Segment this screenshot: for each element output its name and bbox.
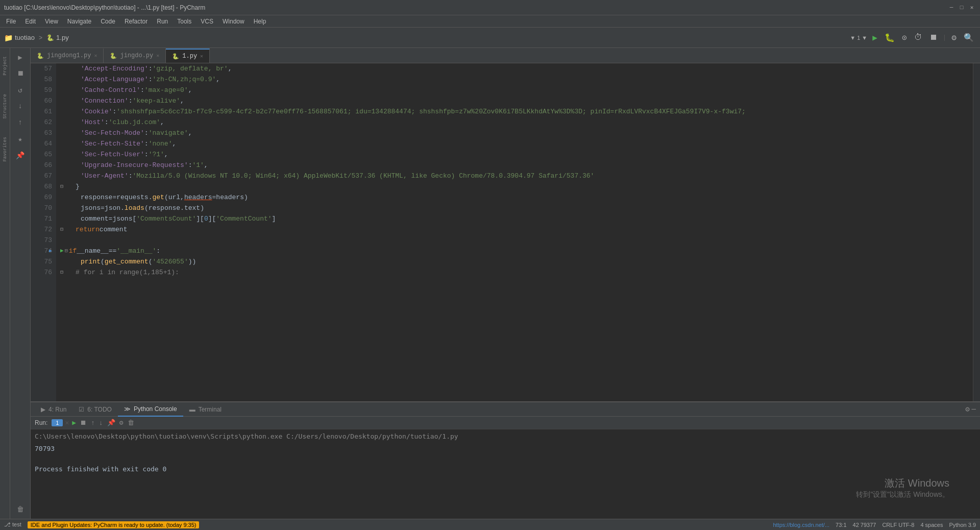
stop-icon[interactable]: ⏹: [13, 66, 28, 81]
minimap: [973, 63, 980, 401]
menu-refactor[interactable]: Refactor: [120, 17, 152, 26]
git-branch[interactable]: ⎇ test: [4, 521, 21, 528]
code-line-69: response = requests.get(url,headers=head…: [60, 192, 969, 203]
code-line-64: 'Sec-Fetch-Site': 'none',: [60, 138, 969, 149]
menu-code[interactable]: Code: [96, 17, 119, 26]
code-line-59: 'Cache-Control': 'max-age=0',: [60, 85, 969, 95]
pin-run-icon[interactable]: 📌: [106, 418, 116, 428]
code-line-73: [60, 235, 969, 246]
trash-icon[interactable]: 🗑: [13, 502, 28, 517]
code-line-72: ⊟return comment: [60, 224, 969, 235]
menu-edit[interactable]: Edit: [21, 17, 40, 26]
tab-jingdong1[interactable]: 🐍 jingdong1.py ✕: [31, 49, 104, 63]
code-area[interactable]: 57 58 59 60 61 62 63 64 65 66 67 68 69 7…: [31, 63, 980, 401]
menu-bar: File Edit View Navigate Code Refactor Ru…: [0, 15, 980, 28]
step-down-icon[interactable]: ↓: [13, 99, 28, 113]
project-name: tuotiao: [15, 34, 35, 41]
output-number: 70793: [35, 444, 976, 454]
python-indicator[interactable]: Python 3.9: [949, 522, 976, 528]
terminal-tab-button[interactable]: ▬ Terminal: [183, 402, 228, 417]
code-line-74: ▶ ⊟ if __name__ == '__main__':: [60, 246, 969, 256]
left-sidebar: ▶ ⏹ ↺ ↓ ↑ ★ 📌 🗑: [10, 48, 31, 519]
tab-close-jingdo[interactable]: ✕: [156, 53, 159, 59]
settings-button[interactable]: ⚙: [949, 32, 959, 44]
code-line-66: 'Upgrade-Insecure-Requests': '1',: [60, 160, 969, 171]
bottom-minimize-icon[interactable]: ─: [972, 405, 976, 414]
window-title: tuotiao [C:\Users\lenovo\Desktop\python\…: [4, 4, 205, 11]
status-left: ⎇ test IDE and Plugin Updates: PyCharm i…: [4, 521, 199, 528]
column-count: 42 79377: [853, 522, 876, 528]
tab-close-1py[interactable]: ✕: [200, 53, 203, 59]
menu-run[interactable]: Run: [153, 17, 172, 26]
status-right: https://blog.csdn.net/... 73:1 42 79377 …: [773, 522, 976, 528]
coverage-button[interactable]: ⊙: [900, 32, 909, 44]
encoding-indicator[interactable]: CRLF UTF-8: [882, 522, 914, 528]
tab-jingdo[interactable]: 🐍 jingdo.py ✕: [104, 49, 166, 63]
menu-view[interactable]: View: [41, 17, 62, 26]
scroll-up-icon[interactable]: ↑: [90, 418, 96, 428]
run-tab-indicator[interactable]: 1: [52, 419, 63, 426]
run-icon[interactable]: ▶: [13, 50, 28, 64]
ide-update-message[interactable]: IDE and Plugin Updates: PyCharm is ready…: [28, 521, 200, 528]
vertical-tabs: Project Structure Favorites: [0, 48, 10, 519]
code-line-75: print(get_comment('4526055')): [60, 256, 969, 267]
title-bar: tuotiao [C:\Users\lenovo\Desktop\python\…: [0, 0, 980, 15]
output-cmd: C:\Users\lenovo\Desktop\python\tuotiao\v…: [35, 431, 976, 442]
rerun-icon[interactable]: ▶: [71, 418, 77, 428]
run-tab-button[interactable]: ▶ 4: Run: [35, 402, 72, 417]
indent-indicator[interactable]: 4 spaces: [920, 522, 943, 528]
console-output: C:\Users\lenovo\Desktop\python\tuotiao\v…: [31, 429, 980, 519]
profile-button[interactable]: ⏱: [912, 32, 924, 43]
menu-help[interactable]: Help: [250, 17, 271, 26]
menu-file[interactable]: File: [2, 17, 20, 26]
code-content[interactable]: 'Accept-Encoding': 'gzip, deflate, br', …: [56, 63, 973, 401]
bottom-panel: ▶ 4: Run ☑ 6: TODO ≫ Python Console ▬ Te…: [31, 401, 980, 519]
search-button[interactable]: 🔍: [962, 32, 976, 44]
menu-tools[interactable]: Tools: [173, 17, 195, 26]
favorites-tab[interactable]: Favorites: [2, 133, 9, 166]
run-label: Run:: [35, 419, 47, 426]
code-line-67: 'User-Agent': 'Mozilla/5.0 (Windows NT 1…: [60, 171, 969, 181]
code-line-61: 'Cookie': 'shshshfpa=5c6cc71b-f7c9-c599-…: [60, 106, 969, 117]
settings-run-icon[interactable]: ⚙: [118, 418, 125, 428]
code-line-57: 'Accept-Encoding': 'gzip, deflate, br',: [60, 63, 969, 74]
code-line-62: 'Host': 'club.jd.com',: [60, 117, 969, 128]
menu-navigate[interactable]: Navigate: [63, 17, 95, 26]
python-console-tab-label: Python Console: [134, 405, 177, 413]
code-line-60: 'Connection': 'keep-alive',: [60, 95, 969, 106]
line-numbers: 57 58 59 60 61 62 63 64 65 66 67 68 69 7…: [31, 63, 56, 401]
bookmark-icon[interactable]: ★: [13, 132, 28, 146]
pin-icon[interactable]: 📌: [13, 148, 28, 162]
tab-1py[interactable]: 🐍 1.py ✕: [166, 49, 210, 63]
code-line-63: 'Sec-Fetch-Mode': 'navigate',: [60, 128, 969, 138]
rerun-icon[interactable]: ↺: [13, 83, 28, 97]
run-button[interactable]: ▶: [870, 32, 879, 44]
menu-vcs[interactable]: VCS: [197, 17, 217, 26]
trash-run-icon[interactable]: 🗑: [127, 418, 135, 428]
close-button[interactable]: ✕: [968, 4, 976, 12]
step-up-icon[interactable]: ↑: [13, 115, 28, 130]
file-name: 1.py: [56, 34, 69, 41]
code-line-70: jsons = json.loads(response.text): [60, 203, 969, 213]
python-console-tab-button[interactable]: ≫ Python Console: [118, 402, 183, 417]
menu-window[interactable]: Window: [218, 17, 249, 26]
status-bar: ⎇ test IDE and Plugin Updates: PyCharm i…: [0, 519, 980, 530]
todo-tab-button[interactable]: ☑ 6: TODO: [72, 402, 118, 417]
output-finish: Process finished with exit code 0: [35, 464, 976, 474]
run-stop-icon[interactable]: ⏹: [79, 418, 88, 428]
code-line-58: 'Accept-Language': 'zh-CN,zh;q=0.9',: [60, 74, 969, 85]
scroll-down-icon[interactable]: ↓: [98, 418, 104, 428]
tab-bar: 🐍 jingdong1.py ✕ 🐍 jingdo.py ✕ 🐍 1.py ✕: [31, 48, 980, 63]
debug-button[interactable]: 🐛: [883, 32, 897, 44]
window-controls: ─ □ ✕: [947, 4, 976, 12]
structure-tab[interactable]: Structure: [2, 90, 9, 123]
blog-link-status[interactable]: https://blog.csdn.net/...: [773, 522, 829, 528]
stop-button[interactable]: ⏹: [927, 32, 940, 43]
output-empty: [35, 454, 976, 464]
bottom-settings-icon[interactable]: ⚙: [965, 405, 969, 414]
project-tab[interactable]: Project: [2, 52, 9, 80]
minimize-button[interactable]: ─: [947, 4, 955, 12]
tab-close-jingdong1[interactable]: ✕: [94, 53, 97, 59]
position-indicator: 73:1: [836, 522, 846, 528]
maximize-button[interactable]: □: [958, 4, 966, 12]
